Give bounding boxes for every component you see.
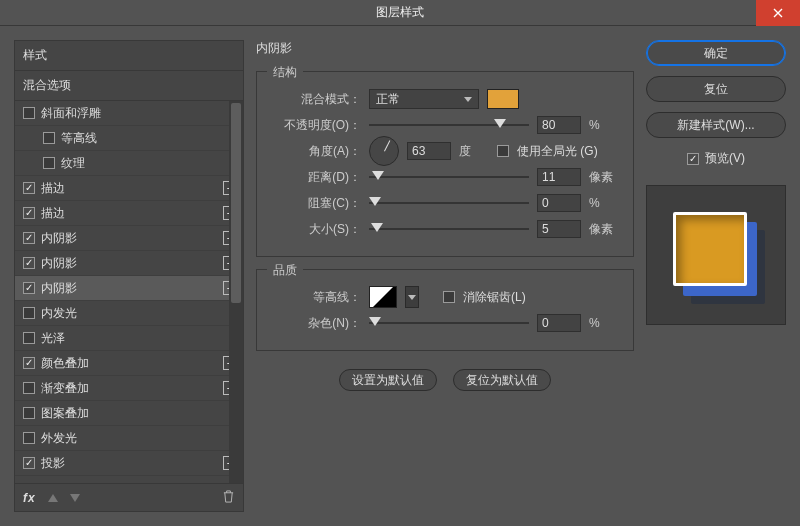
distance-label: 距离(D)： [271,169,361,186]
style-checkbox[interactable] [23,407,35,419]
size-input[interactable] [537,220,581,238]
style-row[interactable]: 内发光 [15,301,243,326]
styles-sidebar: 样式 混合选项 斜面和浮雕等高线纹理描边+描边+内阴影+内阴影+内阴影+内发光光… [14,40,244,512]
style-row[interactable]: 内阴影+ [15,226,243,251]
style-checkbox[interactable] [23,282,35,294]
trash-icon[interactable] [222,490,235,506]
settings-panel: 内阴影 结构 混合模式： 正常 不透明度(O)： % 角度(A)： [256,40,634,512]
cancel-button[interactable]: 复位 [646,76,786,102]
style-row[interactable]: 斜面和浮雕 [15,101,243,126]
distance-input[interactable] [537,168,581,186]
distance-slider[interactable] [369,168,529,186]
style-checkbox[interactable] [23,382,35,394]
antialias-checkbox[interactable] [443,291,455,303]
make-default-button[interactable]: 设置为默认值 [339,369,437,391]
style-label: 描边 [41,205,223,222]
action-column: 确定 复位 新建样式(W)... 预览(V) [646,40,786,512]
style-checkbox[interactable] [23,207,35,219]
sidebar-footer: fx [15,483,243,511]
close-icon [773,8,783,18]
style-checkbox[interactable] [23,307,35,319]
ok-button[interactable]: 确定 [646,40,786,66]
chevron-down-icon [408,295,416,300]
blend-mode-label: 混合模式： [271,91,361,108]
opacity-input[interactable] [537,116,581,134]
style-checkbox[interactable] [23,107,35,119]
fx-icon[interactable]: fx [23,491,36,505]
style-label: 内阴影 [41,280,223,297]
style-row[interactable]: 渐变叠加+ [15,376,243,401]
opacity-slider[interactable] [369,116,529,134]
angle-unit: 度 [459,143,489,160]
blending-options-row[interactable]: 混合选项 [15,71,243,101]
style-checkbox[interactable] [23,332,35,344]
choke-unit: % [589,196,619,210]
sidebar-scrollbar[interactable] [229,101,243,483]
close-button[interactable] [756,0,800,26]
style-label: 外发光 [41,430,237,447]
scrollbar-thumb[interactable] [231,103,241,303]
noise-input[interactable] [537,314,581,332]
style-label: 内发光 [41,305,237,322]
size-slider[interactable] [369,220,529,238]
style-row[interactable]: 光泽 [15,326,243,351]
style-label: 等高线 [61,130,237,147]
style-checkbox[interactable] [23,257,35,269]
preview-checkbox[interactable] [687,153,699,165]
noise-slider[interactable] [369,314,529,332]
chevron-down-icon [464,97,472,102]
style-checkbox[interactable] [23,357,35,369]
reset-default-button[interactable]: 复位为默认值 [453,369,551,391]
style-row[interactable]: 等高线 [15,126,243,151]
style-checkbox[interactable] [23,182,35,194]
style-row[interactable]: 描边+ [15,176,243,201]
style-row[interactable]: 颜色叠加+ [15,351,243,376]
quality-group: 品质 等高线： 消除锯齿(L) 杂色(N)： % [256,269,634,351]
global-light-checkbox[interactable] [497,145,509,157]
style-row[interactable]: 投影+ [15,451,243,476]
choke-label: 阻塞(C)： [271,195,361,212]
global-light-label: 使用全局光 (G) [517,143,598,160]
style-row[interactable]: 外发光 [15,426,243,451]
preview-label: 预览(V) [705,150,745,167]
style-label: 内阴影 [41,255,223,272]
style-row[interactable]: 描边+ [15,201,243,226]
blend-mode-select[interactable]: 正常 [369,89,479,109]
choke-slider[interactable] [369,194,529,212]
style-label: 图案叠加 [41,405,237,422]
angle-input[interactable] [407,142,451,160]
contour-swatch[interactable] [369,286,397,308]
color-swatch[interactable] [487,89,519,109]
style-label: 渐变叠加 [41,380,223,397]
style-row[interactable]: 纹理 [15,151,243,176]
style-label: 内阴影 [41,230,223,247]
opacity-label: 不透明度(O)： [271,117,361,134]
blend-mode-value: 正常 [376,91,400,108]
sidebar-header: 样式 [15,41,243,71]
quality-legend: 品质 [267,262,303,279]
contour-label: 等高线： [271,289,361,306]
contour-dropdown[interactable] [405,286,419,308]
style-row[interactable]: 图案叠加 [15,401,243,426]
style-checkbox[interactable] [43,132,55,144]
style-checkbox[interactable] [23,432,35,444]
style-label: 描边 [41,180,223,197]
style-row[interactable]: 内阴影+ [15,276,243,301]
style-label: 颜色叠加 [41,355,223,372]
antialias-label: 消除锯齿(L) [463,289,526,306]
new-style-button[interactable]: 新建样式(W)... [646,112,786,138]
style-checkbox[interactable] [23,232,35,244]
move-up-icon[interactable] [48,494,58,502]
style-row[interactable]: 内阴影+ [15,251,243,276]
preview-thumbnail [673,212,759,298]
choke-input[interactable] [537,194,581,212]
move-down-icon[interactable] [70,494,80,502]
size-unit: 像素 [589,221,619,238]
style-label: 纹理 [61,155,237,172]
style-checkbox[interactable] [23,457,35,469]
style-checkbox[interactable] [43,157,55,169]
angle-dial[interactable] [369,136,399,166]
style-label: 斜面和浮雕 [41,105,237,122]
structure-legend: 结构 [267,64,303,81]
style-label: 光泽 [41,330,237,347]
